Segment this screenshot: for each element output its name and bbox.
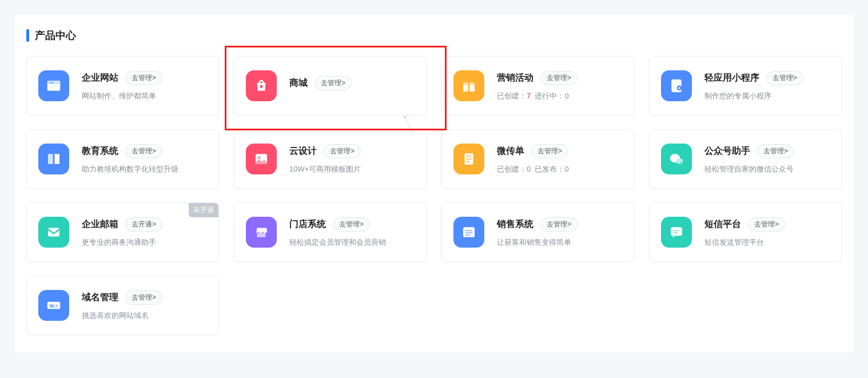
svg-rect-26 [671, 227, 682, 236]
product-card[interactable]: W.=域名管理去管理>挑选喜欢的网站域名 [26, 276, 219, 335]
card-title-row: 商城去管理> [289, 76, 415, 90]
product-card[interactable]: 营销活动去管理>已创建：7 进行中：0 [441, 56, 634, 116]
card-title-row: 微传单去管理> [497, 144, 622, 158]
flyer-icon [453, 144, 484, 174]
card-title-row: 轻应用小程序去管理> [704, 71, 830, 85]
open-button[interactable]: 去开通> [125, 217, 162, 232]
card-desc: 让获客和销售变得简单 [497, 237, 622, 248]
card-info: 域名管理去管理>挑选喜欢的网站域名 [82, 291, 207, 321]
product-card[interactable]: 教育系统去管理>助力教培机构数字化转型升级 [26, 129, 219, 189]
product-card[interactable]: 短信平台去管理>短信发送管理平台 [649, 202, 842, 262]
card-title: 云设计 [289, 145, 317, 157]
svg-rect-14 [466, 156, 472, 157]
card-desc: 制作您的专属小程序 [704, 91, 830, 101]
gift-icon [453, 70, 484, 101]
miniapp-icon [661, 70, 692, 101]
card-desc: 挑选喜欢的网站域名 [82, 311, 207, 321]
card-title-row: 企业邮箱去开通> [82, 217, 207, 232]
manage-button[interactable]: 去管理> [540, 217, 578, 232]
card-title-row: 销售系统去管理> [497, 217, 622, 232]
card-desc: 网站制作、维护都简单 [82, 91, 207, 101]
svg-rect-20 [48, 228, 59, 237]
card-title: 营销活动 [497, 72, 533, 84]
manage-button[interactable]: 去管理> [324, 144, 361, 158]
card-title: 门店系统 [289, 218, 326, 230]
card-desc: 轻松管理自家的微信公众号 [704, 164, 830, 174]
card-stats: 已创建：7 进行中：0 [497, 91, 622, 101]
image-icon [246, 144, 277, 174]
card-info: 微传单去管理>已创建：0 已发布：0 [497, 144, 622, 174]
card-title: 企业邮箱 [82, 218, 118, 230]
card-title: 轻应用小程序 [704, 72, 759, 84]
product-card[interactable]: 销售系统去管理>让获客和销售变得简单 [441, 202, 634, 262]
stat-created-label: 已创建： [497, 91, 527, 100]
card-info: 销售系统去管理>让获客和销售变得简单 [497, 217, 622, 248]
manage-button[interactable]: 去管理> [757, 144, 794, 158]
card-stats: 已创建：0 已发布：0 [497, 164, 622, 174]
card-title-row: 教育系统去管理> [82, 144, 207, 158]
manage-button[interactable]: 去管理> [125, 144, 162, 158]
card-desc: 更专业的商务沟通助手 [82, 237, 207, 248]
card-desc: 短信发送管理平台 [704, 237, 830, 248]
domain-icon: W.= [38, 290, 69, 321]
card-info: 企业网站去管理>网站制作、维护都简单 [82, 71, 207, 101]
card-title-row: 企业网站去管理> [82, 71, 207, 85]
wechat-icon [661, 144, 692, 174]
product-card[interactable]: 微传单去管理>已创建：0 已发布：0 [441, 129, 634, 189]
card-title: 短信平台 [704, 218, 741, 230]
card-info: 轻应用小程序去管理>制作您的专属小程序 [704, 71, 830, 101]
svg-text:W.=: W.= [50, 303, 58, 309]
sms-icon [661, 217, 692, 248]
section-title-text: 产品中心 [35, 29, 76, 42]
manage-button[interactable]: 去管理> [531, 144, 568, 158]
card-info: 门店系统去管理>轻松搞定会员管理和会员营销 [289, 217, 415, 248]
card-title: 公众号助手 [704, 145, 750, 157]
card-title-row: 域名管理去管理> [82, 291, 207, 305]
svg-rect-1 [47, 81, 61, 84]
card-title-row: 营销活动去管理> [497, 71, 622, 85]
card-desc: 助力教培机构数字化转型升级 [82, 164, 207, 174]
manage-button[interactable]: 去管理> [125, 291, 162, 305]
card-desc: 轻松搞定会员管理和会员营销 [289, 237, 415, 248]
product-card[interactable]: 企业网站去管理>网站制作、维护都简单 [26, 56, 219, 116]
manage-button[interactable]: 去管理> [766, 71, 803, 85]
manage-button[interactable]: 去管理> [125, 71, 162, 85]
card-info: 企业邮箱去开通>更专业的商务沟通助手 [82, 217, 207, 248]
svg-point-2 [50, 82, 51, 83]
stat-published-value: 0 [564, 165, 568, 173]
svg-point-4 [260, 85, 263, 88]
card-title: 销售系统 [497, 218, 533, 230]
card-title: 域名管理 [82, 292, 118, 304]
stat-inprogress-label: 进行中： [535, 91, 564, 100]
manage-button[interactable]: 去管理> [314, 76, 352, 90]
svg-rect-7 [468, 82, 470, 91]
svg-point-12 [258, 156, 261, 159]
card-info: 云设计去管理>10W+可商用模板图片 [289, 144, 415, 174]
stat-created-label: 已创建： [497, 165, 527, 173]
title-bar-icon [26, 29, 29, 42]
svg-rect-25 [465, 234, 471, 236]
product-card[interactable]: 企业邮箱去开通>更专业的商务沟通助手未开通 [26, 202, 219, 262]
not-open-tag: 未开通 [189, 203, 218, 217]
manage-button[interactable]: 去管理> [540, 71, 578, 85]
product-card[interactable]: 公众号助手去管理>轻松管理自家的微信公众号 [649, 129, 842, 189]
card-title-row: 短信平台去管理> [704, 217, 830, 232]
manage-button[interactable]: 去管理> [748, 217, 785, 232]
card-title: 教育系统 [82, 145, 118, 157]
svg-rect-23 [465, 230, 473, 231]
card-title-row: 公众号助手去管理> [704, 144, 830, 158]
card-title: 企业网站 [82, 72, 118, 84]
product-card[interactable]: 云设计去管理>10W+可商用模板图片 [234, 129, 427, 189]
card-info: 公众号助手去管理>轻松管理自家的微信公众号 [704, 144, 830, 174]
product-card[interactable]: 门店系统去管理>轻松搞定会员管理和会员营销 [234, 202, 427, 262]
card-info: 营销活动去管理>已创建：7 进行中：0 [497, 71, 622, 101]
card-title-row: 门店系统去管理> [289, 217, 415, 232]
card-desc: 10W+可商用模板图片 [289, 164, 415, 174]
product-card[interactable]: 轻应用小程序去管理>制作您的专属小程序 [649, 56, 842, 116]
card-info: 商城去管理> [289, 76, 415, 96]
card-title: 微传单 [497, 145, 524, 157]
book-icon [38, 144, 69, 174]
stat-inprogress-value: 0 [564, 91, 568, 100]
product-card[interactable]: 商城去管理> [234, 56, 427, 116]
manage-button[interactable]: 去管理> [333, 217, 370, 232]
